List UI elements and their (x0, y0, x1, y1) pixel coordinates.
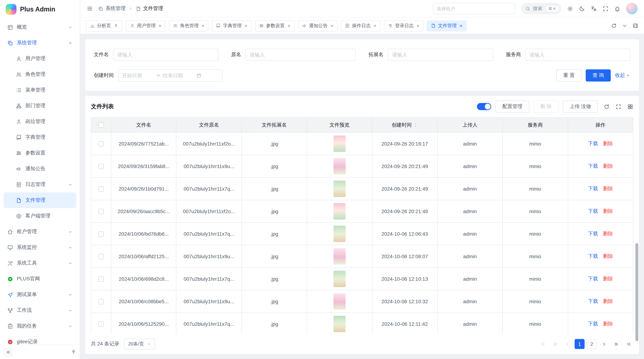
dchevleft-button[interactable] (550, 339, 560, 349)
sidebar-item[interactable]: 字典管理 (4, 129, 76, 145)
row-checkbox[interactable] (98, 209, 104, 214)
tab-close-icon[interactable]: × (330, 23, 334, 28)
date-end-input[interactable] (163, 73, 194, 78)
chevright-button[interactable] (599, 339, 609, 349)
expand-table-icon[interactable] (616, 103, 622, 110)
chevleft-button[interactable] (562, 339, 572, 349)
tab-close-icon[interactable]: × (460, 23, 462, 28)
sidebar-item[interactable]: 系统监控 (4, 240, 76, 255)
page-number-button[interactable]: 1 (574, 339, 584, 349)
download-link[interactable]: 下载 (588, 321, 598, 327)
sidebar-item[interactable]: 岗位管理 (4, 114, 76, 129)
file-preview-thumbnail[interactable] (334, 203, 346, 220)
delete-link[interactable]: 删除 (603, 276, 613, 282)
tab-item[interactable]: 用户管理× (126, 20, 165, 31)
download-link[interactable]: 下载 (588, 208, 598, 215)
delete-link[interactable]: 删除 (603, 140, 613, 147)
tab-item[interactable]: 登录日志× (384, 20, 423, 31)
sidebar-item[interactable]: gitee记录 (4, 334, 76, 345)
dark-mode-moon-icon[interactable] (579, 5, 585, 12)
sidebar-item[interactable]: 角色管理 (4, 66, 76, 82)
user-avatar[interactable] (626, 3, 638, 14)
sidebar-item[interactable]: 系统管理 (4, 35, 76, 51)
reset-button[interactable]: 重 置 (556, 69, 582, 81)
row-checkbox[interactable] (98, 164, 104, 169)
file-preview-thumbnail[interactable] (334, 135, 346, 152)
filter-input[interactable] (388, 49, 493, 61)
sidebar-item[interactable]: 客户端管理 (4, 208, 76, 224)
tab-item[interactable]: 角色管理× (169, 20, 208, 31)
delete-link[interactable]: 删除 (603, 253, 613, 260)
layout-fold-icon[interactable] (632, 23, 638, 29)
sidebar-item[interactable]: 文件管理 (4, 192, 76, 208)
filter-input[interactable] (525, 49, 630, 61)
delete-link[interactable]: 删除 (603, 208, 613, 215)
file-preview-thumbnail[interactable] (334, 316, 346, 332)
sidebar-item[interactable]: 参数设置 (4, 145, 76, 161)
fullscreen-icon[interactable] (602, 5, 608, 12)
refresh-tab-icon[interactable] (611, 23, 617, 29)
sidebar-item[interactable]: 我的任务 (4, 318, 76, 334)
hamburger-menu-icon[interactable] (86, 5, 93, 12)
row-checkbox[interactable] (98, 299, 104, 304)
collapse-filters-link[interactable]: 收起 (615, 72, 630, 79)
download-link[interactable]: 下载 (588, 186, 598, 192)
sidebar-item[interactable]: 菜单管理 (4, 82, 76, 98)
sidebar-item[interactable]: 测试菜单 (4, 287, 76, 303)
tab-close-icon[interactable]: × (244, 23, 248, 28)
filter-input[interactable] (246, 49, 356, 61)
row-checkbox[interactable] (98, 231, 104, 237)
tab-item[interactable]: 参数设置× (255, 20, 294, 31)
filter-input[interactable] (113, 49, 218, 61)
sidebar-item[interactable]: 工作流 (4, 303, 76, 318)
sidebar-item[interactable]: 通知公告 (4, 161, 76, 177)
delete-link[interactable]: 删除 (603, 321, 613, 327)
refresh-table-icon[interactable] (604, 103, 610, 110)
collapse-sidebar-button[interactable] (4, 347, 13, 357)
file-preview-thumbnail[interactable] (334, 271, 346, 287)
config-manage-button[interactable]: 配置管理 (496, 100, 529, 113)
download-link[interactable]: 下载 (588, 163, 598, 169)
row-checkbox[interactable] (98, 186, 104, 191)
tab-item[interactable]: 通知公告× (298, 20, 338, 31)
tenant-select-input[interactable] (433, 3, 515, 14)
column-settings-icon[interactable] (627, 103, 633, 110)
delete-link[interactable]: 删除 (603, 231, 613, 237)
dchevright-button[interactable] (611, 339, 621, 349)
delete-link[interactable]: 删除 (603, 186, 613, 192)
tab-close-icon[interactable]: × (158, 23, 161, 28)
row-checkbox[interactable] (98, 276, 104, 282)
global-search-button[interactable]: 搜索 ⌘ K (521, 3, 561, 14)
date-start-input[interactable] (122, 73, 154, 78)
sidebar-item[interactable]: 概览 (4, 19, 76, 35)
translate-icon[interactable] (591, 5, 597, 12)
download-link[interactable]: 下载 (588, 276, 598, 282)
download-link[interactable]: 下载 (588, 140, 598, 147)
sidebar-item[interactable]: 系统工具 (4, 255, 76, 271)
breadcrumb-item[interactable]: 文件管理 (136, 5, 163, 12)
file-preview-thumbnail[interactable] (334, 181, 346, 197)
file-preview-thumbnail[interactable] (334, 158, 346, 174)
table-scrollbar[interactable] (636, 243, 638, 341)
page-number-button[interactable]: 2 (587, 339, 597, 349)
breadcrumb-item[interactable]: 系统管理 (98, 5, 126, 12)
file-preview-thumbnail[interactable] (334, 226, 346, 242)
file-preview-thumbnail[interactable] (334, 293, 346, 310)
page-size-select[interactable]: 20条/页 (124, 339, 155, 349)
sidebar-item[interactable]: 部门管理 (4, 98, 76, 114)
pin-icon[interactable] (71, 349, 76, 355)
sort-icon[interactable] (413, 123, 418, 127)
download-link[interactable]: 下载 (588, 231, 598, 237)
notification-bell-icon[interactable] (614, 5, 620, 12)
select-all-checkbox[interactable] (98, 122, 104, 128)
tab-pin-icon[interactable] (114, 23, 118, 28)
row-checkbox[interactable] (98, 141, 104, 146)
row-checkbox[interactable] (98, 254, 104, 259)
delete-link[interactable]: 删除 (603, 298, 613, 305)
tab-close-icon[interactable]: × (416, 23, 419, 28)
delete-link[interactable]: 删除 (603, 163, 613, 169)
upload-button[interactable]: 上传 没做 (563, 100, 598, 113)
tab-item[interactable]: 操作日志× (341, 20, 380, 31)
sidebar-item[interactable]: 用户管理 (4, 51, 76, 66)
tab-item[interactable]: 文件管理× (427, 20, 466, 31)
